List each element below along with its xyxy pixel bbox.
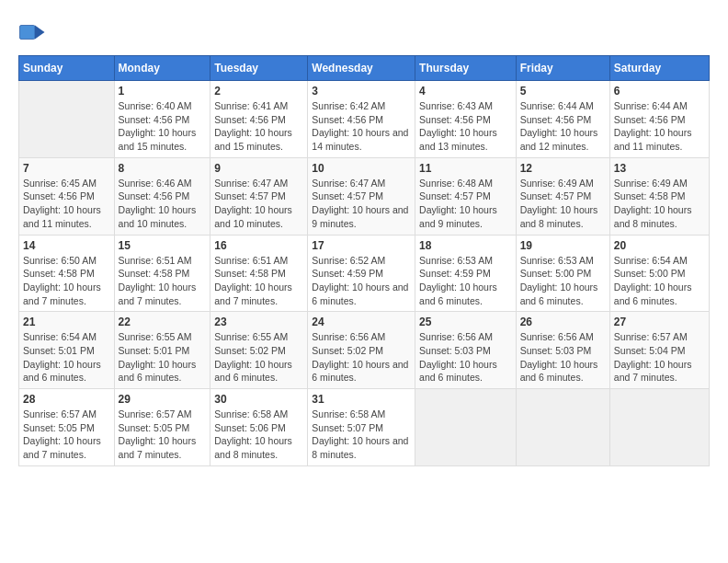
svg-rect-0	[20, 26, 36, 40]
calendar-cell: 16Sunrise: 6:51 AMSunset: 4:58 PMDayligh…	[210, 235, 308, 312]
day-info: Sunrise: 6:54 AMSunset: 5:01 PMDaylight:…	[23, 330, 110, 385]
day-number: 16	[214, 239, 303, 252]
day-info: Sunrise: 6:52 AMSunset: 4:59 PMDaylight:…	[312, 254, 411, 308]
calendar-cell: 15Sunrise: 6:51 AMSunset: 4:58 PMDayligh…	[114, 235, 210, 312]
calendar-cell	[516, 389, 609, 466]
day-info: Sunrise: 6:46 AMSunset: 4:56 PMDaylight:…	[119, 177, 207, 231]
day-info: Sunrise: 6:49 AMSunset: 4:58 PMDaylight:…	[614, 177, 705, 231]
day-info: Sunrise: 6:49 AMSunset: 4:57 PMDaylight:…	[520, 177, 606, 231]
calendar-week-3: 14Sunrise: 6:50 AMSunset: 4:58 PMDayligh…	[19, 235, 710, 312]
day-number: 19	[520, 239, 606, 252]
calendar-cell	[609, 389, 709, 466]
day-number: 31	[312, 393, 411, 406]
day-info: Sunrise: 6:41 AMSunset: 4:56 PMDaylight:…	[214, 99, 303, 154]
day-number: 27	[614, 316, 705, 328]
day-info: Sunrise: 6:53 AMSunset: 5:00 PMDaylight:…	[520, 254, 606, 308]
calendar-week-1: 1Sunrise: 6:40 AMSunset: 4:56 PMDaylight…	[19, 81, 710, 158]
calendar-cell: 30Sunrise: 6:58 AMSunset: 5:06 PMDayligh…	[210, 389, 308, 466]
day-info: Sunrise: 6:53 AMSunset: 4:59 PMDaylight:…	[419, 254, 512, 308]
calendar-cell: 4Sunrise: 6:43 AMSunset: 4:56 PMDaylight…	[415, 81, 517, 158]
day-info: Sunrise: 6:57 AMSunset: 5:04 PMDaylight:…	[614, 330, 705, 385]
day-info: Sunrise: 6:51 AMSunset: 4:58 PMDaylight:…	[119, 254, 207, 308]
calendar-cell: 6Sunrise: 6:44 AMSunset: 4:56 PMDaylight…	[609, 81, 709, 158]
day-number: 6	[614, 85, 705, 98]
calendar-cell: 9Sunrise: 6:47 AMSunset: 4:57 PMDaylight…	[210, 157, 308, 235]
day-info: Sunrise: 6:58 AMSunset: 5:06 PMDaylight:…	[214, 408, 303, 462]
calendar-cell: 23Sunrise: 6:55 AMSunset: 5:02 PMDayligh…	[210, 312, 308, 389]
calendar-header: SundayMondayTuesdayWednesdayThursdayFrid…	[19, 56, 710, 81]
day-info: Sunrise: 6:54 AMSunset: 5:00 PMDaylight:…	[614, 254, 705, 308]
day-info: Sunrise: 6:57 AMSunset: 5:05 PMDaylight:…	[23, 408, 110, 462]
day-number: 4	[419, 85, 512, 98]
calendar-cell: 28Sunrise: 6:57 AMSunset: 5:05 PMDayligh…	[19, 389, 115, 466]
day-header-thursday: Thursday	[415, 56, 517, 81]
day-info: Sunrise: 6:47 AMSunset: 4:57 PMDaylight:…	[312, 177, 411, 231]
day-info: Sunrise: 6:45 AMSunset: 4:56 PMDaylight:…	[23, 177, 110, 231]
day-header-tuesday: Tuesday	[210, 56, 308, 81]
day-number: 12	[520, 162, 606, 175]
calendar-week-4: 21Sunrise: 6:54 AMSunset: 5:01 PMDayligh…	[19, 312, 710, 389]
calendar-cell: 2Sunrise: 6:41 AMSunset: 4:56 PMDaylight…	[210, 81, 308, 158]
calendar-cell: 7Sunrise: 6:45 AMSunset: 4:56 PMDaylight…	[19, 157, 115, 235]
logo-icon	[18, 18, 46, 46]
calendar-cell: 14Sunrise: 6:50 AMSunset: 4:58 PMDayligh…	[19, 235, 115, 312]
calendar-table: SundayMondayTuesdayWednesdayThursdayFrid…	[18, 55, 710, 466]
day-number: 11	[419, 162, 512, 175]
day-number: 9	[214, 162, 303, 175]
day-number: 8	[119, 162, 207, 175]
day-info: Sunrise: 6:44 AMSunset: 4:56 PMDaylight:…	[614, 99, 705, 154]
day-number: 14	[23, 239, 110, 252]
day-info: Sunrise: 6:43 AMSunset: 4:56 PMDaylight:…	[419, 99, 512, 154]
calendar-cell: 8Sunrise: 6:46 AMSunset: 4:56 PMDaylight…	[114, 157, 210, 235]
day-info: Sunrise: 6:42 AMSunset: 4:56 PMDaylight:…	[312, 99, 411, 154]
day-header-saturday: Saturday	[609, 56, 709, 81]
day-number: 25	[419, 316, 512, 328]
day-header-monday: Monday	[114, 56, 210, 81]
calendar-week-5: 28Sunrise: 6:57 AMSunset: 5:05 PMDayligh…	[19, 389, 710, 466]
calendar-cell: 1Sunrise: 6:40 AMSunset: 4:56 PMDaylight…	[114, 81, 210, 158]
calendar-cell: 24Sunrise: 6:56 AMSunset: 5:02 PMDayligh…	[308, 312, 415, 389]
day-info: Sunrise: 6:56 AMSunset: 5:03 PMDaylight:…	[419, 330, 512, 385]
day-number: 22	[119, 316, 207, 328]
day-info: Sunrise: 6:56 AMSunset: 5:02 PMDaylight:…	[312, 330, 411, 385]
day-number: 28	[23, 393, 110, 406]
day-info: Sunrise: 6:40 AMSunset: 4:56 PMDaylight:…	[119, 99, 207, 154]
day-number: 26	[520, 316, 606, 328]
calendar-cell	[415, 389, 517, 466]
day-number: 23	[214, 316, 303, 328]
calendar-cell	[19, 81, 115, 158]
day-header-wednesday: Wednesday	[308, 56, 415, 81]
calendar-cell: 10Sunrise: 6:47 AMSunset: 4:57 PMDayligh…	[308, 157, 415, 235]
calendar-cell: 3Sunrise: 6:42 AMSunset: 4:56 PMDaylight…	[308, 81, 415, 158]
calendar-cell: 19Sunrise: 6:53 AMSunset: 5:00 PMDayligh…	[516, 235, 609, 312]
day-info: Sunrise: 6:47 AMSunset: 4:57 PMDaylight:…	[214, 177, 303, 231]
day-number: 18	[419, 239, 512, 252]
day-number: 20	[614, 239, 705, 252]
day-number: 1	[119, 85, 207, 98]
calendar-cell: 21Sunrise: 6:54 AMSunset: 5:01 PMDayligh…	[19, 312, 115, 389]
day-info: Sunrise: 6:57 AMSunset: 5:05 PMDaylight:…	[119, 408, 207, 462]
calendar-cell: 31Sunrise: 6:58 AMSunset: 5:07 PMDayligh…	[308, 389, 415, 466]
calendar-cell: 18Sunrise: 6:53 AMSunset: 4:59 PMDayligh…	[415, 235, 517, 312]
day-info: Sunrise: 6:51 AMSunset: 4:58 PMDaylight:…	[214, 254, 303, 308]
day-number: 29	[119, 393, 207, 406]
day-info: Sunrise: 6:55 AMSunset: 5:02 PMDaylight:…	[214, 330, 303, 385]
day-number: 5	[520, 85, 606, 98]
day-info: Sunrise: 6:55 AMSunset: 5:01 PMDaylight:…	[119, 330, 207, 385]
day-info: Sunrise: 6:50 AMSunset: 4:58 PMDaylight:…	[23, 254, 110, 308]
calendar-body: 1Sunrise: 6:40 AMSunset: 4:56 PMDaylight…	[19, 81, 710, 466]
calendar-cell: 22Sunrise: 6:55 AMSunset: 5:01 PMDayligh…	[114, 312, 210, 389]
logo	[18, 18, 50, 46]
calendar-cell: 5Sunrise: 6:44 AMSunset: 4:56 PMDaylight…	[516, 81, 609, 158]
day-number: 21	[23, 316, 110, 328]
day-number: 17	[312, 239, 411, 252]
calendar-cell: 20Sunrise: 6:54 AMSunset: 5:00 PMDayligh…	[609, 235, 709, 312]
calendar-cell: 13Sunrise: 6:49 AMSunset: 4:58 PMDayligh…	[609, 157, 709, 235]
day-number: 30	[214, 393, 303, 406]
calendar-week-2: 7Sunrise: 6:45 AMSunset: 4:56 PMDaylight…	[19, 157, 710, 235]
calendar-cell: 17Sunrise: 6:52 AMSunset: 4:59 PMDayligh…	[308, 235, 415, 312]
day-info: Sunrise: 6:44 AMSunset: 4:56 PMDaylight:…	[520, 99, 606, 154]
day-header-friday: Friday	[516, 56, 609, 81]
day-number: 15	[119, 239, 207, 252]
day-number: 3	[312, 85, 411, 98]
